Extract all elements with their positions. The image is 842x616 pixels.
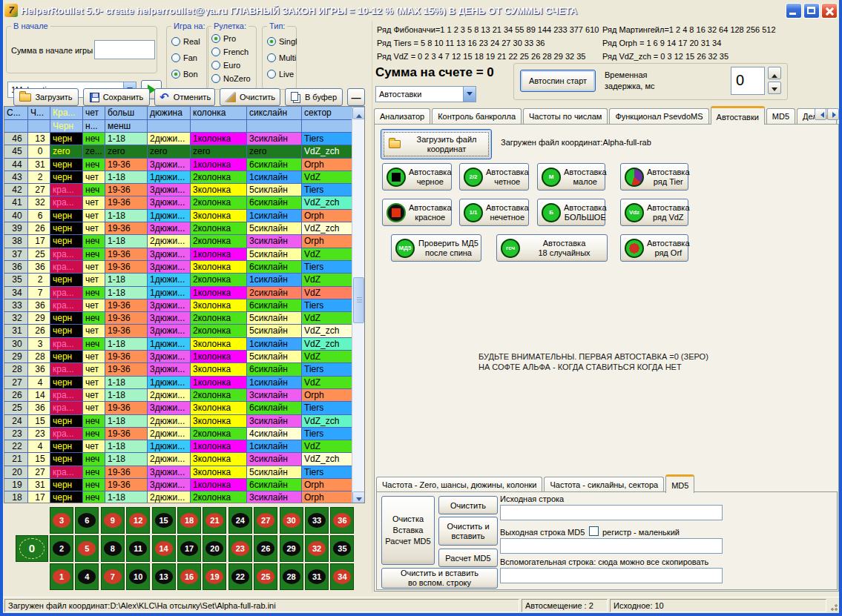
chevron-down-icon[interactable] xyxy=(463,87,476,102)
table-row[interactable]: 2115черннеч1-182дюжи...3колонка3сиклайнV… xyxy=(4,453,364,466)
table-scrollbar[interactable] xyxy=(352,107,364,503)
md5-calc-button[interactable]: Расчет MD5 xyxy=(438,549,498,567)
md5-clear-paste-aux-button[interactable]: Очистить и вставить во вспом. строку xyxy=(381,568,498,589)
tab-1[interactable]: Анализатор xyxy=(374,108,430,125)
table-row[interactable]: 2027кра...неч19-363дюжи...3колонка5сикла… xyxy=(4,466,364,479)
загрузить-button[interactable]: Загрузить xyxy=(13,88,79,106)
tab-2[interactable]: Контроль банкролла xyxy=(432,108,522,125)
stake-button-четное[interactable]: 2/2Автоставкачетное xyxy=(459,163,529,191)
stake-button-ряд-orf[interactable]: Автоставкаряд Orf xyxy=(620,234,688,262)
roulette-number-cell[interactable]: 32 xyxy=(305,535,329,562)
table-row[interactable]: 2415черннеч1-182дюжи...3колонка3сиклайнV… xyxy=(4,415,364,428)
table-row[interactable]: 3126чернчет19-363дюжи...2колонка5сиклайн… xyxy=(4,325,364,337)
mode-combo[interactable]: Автоставки xyxy=(375,86,476,102)
md5-aux-input[interactable] xyxy=(500,568,723,583)
start-sum-input[interactable] xyxy=(94,40,155,59)
tab-scroll-right-icon[interactable] xyxy=(827,108,839,120)
table-row[interactable]: 1817черннеч1-182дюжи...2колонка3сиклайнO… xyxy=(4,491,364,503)
roulette-number-cell[interactable]: 13 xyxy=(152,563,176,590)
roulette-number-cell[interactable]: 18 xyxy=(177,507,201,534)
roulette-number-cell[interactable]: 23 xyxy=(228,535,252,562)
radio-option-euro[interactable]: Euro xyxy=(211,61,240,70)
roulette-number-cell[interactable]: 15 xyxy=(152,507,176,534)
scroll-down-icon[interactable] xyxy=(352,491,365,503)
table-row[interactable]: 3817черннеч1-182дюжи...2колонка3сиклайнO… xyxy=(4,235,364,248)
table-row[interactable]: 3636кра...чет19-363дюжи...3колонка6сикла… xyxy=(4,261,364,274)
roulette-number-cell[interactable]: 4 xyxy=(75,563,99,590)
table-row[interactable]: 3725кра...неч19-363дюжи...1колонка5сикла… xyxy=(4,248,364,261)
roulette-number-cell[interactable]: 36 xyxy=(330,507,354,534)
scroll-thumb[interactable] xyxy=(353,277,364,323)
roulette-number-cell[interactable]: 9 xyxy=(101,507,125,534)
stake-button-красное[interactable]: Автоставкакрасное xyxy=(382,199,452,226)
roulette-number-cell[interactable]: 5 xyxy=(75,535,99,562)
radio-option-singl[interactable]: Singl xyxy=(267,37,297,46)
bottom-tab-3[interactable]: MD5 xyxy=(665,474,694,493)
table-row[interactable]: 2536кра...чет19-363дюжи...3колонка6сикла… xyxy=(4,402,364,414)
load-coordinates-button[interactable]: Загрузить файл координат xyxy=(381,129,492,159)
roulette-number-cell[interactable]: 29 xyxy=(280,535,303,562)
resize-grip[interactable] xyxy=(829,603,838,612)
tab-5[interactable]: Автоставки xyxy=(711,106,765,125)
table-row[interactable]: 224чернчет1-181дюжи...1колонка1сиклайнVd… xyxy=(4,440,364,453)
md5-clear-button[interactable]: Очистить xyxy=(438,496,498,514)
stake-button-нечетное[interactable]: 1/1Автоставканечетное xyxy=(459,199,529,226)
roulette-number-cell[interactable]: 34 xyxy=(330,563,354,590)
table-row[interactable]: 432чернчет1-181дюжи...2колонка1сиклайнVd… xyxy=(4,171,364,184)
roulette-number-cell[interactable]: 2 xyxy=(50,535,73,562)
table-row[interactable]: 2323кра...неч19-362дюжи...2колонка4сикла… xyxy=(4,428,364,440)
maximize-button[interactable] xyxy=(803,3,820,19)
roulette-number-cell[interactable]: 17 xyxy=(177,535,201,562)
roulette-number-cell[interactable]: 10 xyxy=(126,563,150,590)
md5-clear-paste-calc-button[interactable]: Очистка Вставка Расчет MD5 xyxy=(381,496,435,565)
roulette-number-cell[interactable]: 26 xyxy=(254,535,277,562)
roulette-number-cell[interactable]: 12 xyxy=(126,507,150,534)
отменить-button[interactable]: ↶Отменить xyxy=(154,88,215,106)
roulette-number-cell[interactable]: 7 xyxy=(101,563,125,590)
roulette-number-cell[interactable]: 28 xyxy=(280,563,303,590)
roulette-number-cell[interactable]: 6 xyxy=(75,507,99,534)
stake-button-большое[interactable]: БАвтоставкаБОЛЬШОЕ xyxy=(537,199,605,226)
stake-button-ряд-vdz[interactable]: VdzАвтоставкаряд VdZ xyxy=(620,199,688,226)
stake-button-ряд-tier[interactable]: Автоставкаряд Tier xyxy=(620,163,688,191)
radio-option-bon[interactable]: Bon xyxy=(171,70,198,79)
table-row[interactable]: 2928чернчет19-363дюжи...1колонка5сиклайн… xyxy=(4,351,364,363)
tab-3[interactable]: Частоты по числам xyxy=(523,108,608,125)
roulette-number-cell[interactable]: 20 xyxy=(203,535,226,562)
table-row[interactable]: 352чернчет1-181дюжи...2колонка1сиклайнVd… xyxy=(4,274,364,286)
table-row[interactable]: 3926чернчет19-363дюжи...2колонка5сиклайн… xyxy=(4,222,364,235)
collapse-panel-button[interactable]: — xyxy=(347,88,365,106)
minimize-button[interactable] xyxy=(786,3,802,19)
table-row[interactable]: 4613черннеч1-182дюжи...1колонка3сиклайнT… xyxy=(4,133,364,145)
tab-scroll-left-icon[interactable] xyxy=(815,108,826,120)
spinner-up-icon[interactable] xyxy=(768,67,781,79)
scroll-up-icon[interactable] xyxy=(352,107,365,119)
table-row[interactable]: 347кра...неч1-181дюжи...1колонка2сиклайн… xyxy=(4,287,364,299)
tab-6[interactable]: MD5 xyxy=(766,108,795,125)
bottom-tab-2[interactable]: Частота - сиклайны, сектора xyxy=(544,477,664,493)
md5-source-input[interactable] xyxy=(500,505,723,520)
сохранить-button[interactable]: Сохранить xyxy=(83,88,150,106)
очистить-button[interactable]: Очистить xyxy=(220,88,280,106)
table-row[interactable]: 3229черннеч19-363дюжи...2колонка5сиклайн… xyxy=(4,312,364,325)
roulette-number-cell[interactable]: 11 xyxy=(126,535,150,562)
roulette-number-cell[interactable]: 19 xyxy=(203,563,226,590)
radio-option-fan[interactable]: Fan xyxy=(171,53,197,62)
table-row[interactable]: 4132кра...чет19-363дюжи...2колонка6сикла… xyxy=(4,196,364,209)
roulette-number-cell[interactable]: 14 xyxy=(152,535,176,562)
roulette-number-cell[interactable]: 21 xyxy=(203,507,226,534)
table-row[interactable]: 4431черннеч19-363дюжи...1колонка6сиклайн… xyxy=(4,159,364,171)
stake-button-черное[interactable]: Автоставкачерное xyxy=(382,163,452,191)
roulette-number-cell[interactable]: 22 xyxy=(228,563,252,590)
table-row[interactable]: 303кра...неч1-181дюжи...3колонка1сиклайн… xyxy=(4,338,364,351)
close-button[interactable] xyxy=(821,3,838,19)
table-row[interactable]: 274чернчет1-181дюжи...1колонка1сиклайнVd… xyxy=(4,377,364,389)
md5-output-input[interactable] xyxy=(500,538,723,554)
stake-button-после-спина[interactable]: МД5Проверить МД5после спина xyxy=(391,234,481,262)
radio-option-live[interactable]: Live xyxy=(267,70,294,79)
radio-option-pro[interactable]: Pro xyxy=(211,34,236,43)
roulette-number-cell[interactable]: 35 xyxy=(330,535,354,562)
table-row[interactable]: 3336кра...чет19-363дюжи...3колонка6сикла… xyxy=(4,299,364,312)
в буфер-button[interactable]: В буфер xyxy=(285,88,343,106)
bottom-tab-1[interactable]: Частота - Zero, шансы, дюжины, колонки xyxy=(376,477,542,493)
